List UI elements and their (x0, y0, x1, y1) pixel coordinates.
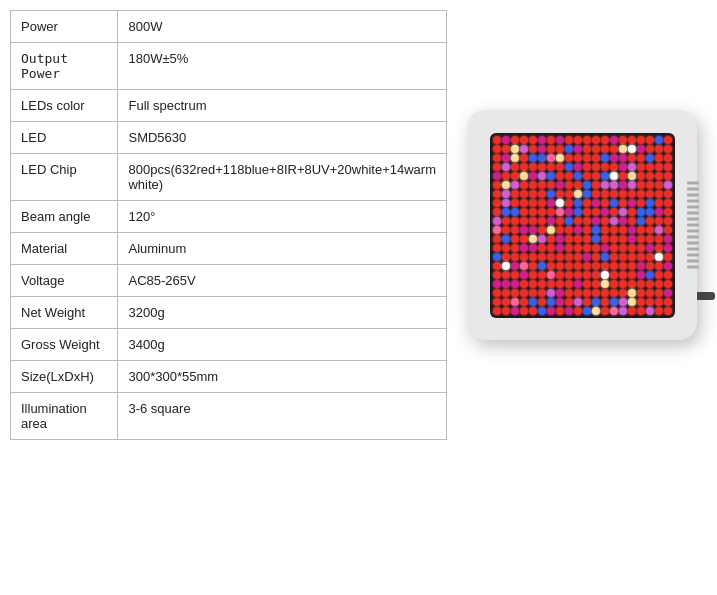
spec-value: 3200g (118, 297, 447, 329)
led-dot (574, 289, 582, 297)
table-row: Net Weight3200g (11, 297, 447, 329)
led-dot (610, 145, 618, 153)
table-row: Gross Weight3400g (11, 329, 447, 361)
led-dot (502, 226, 510, 234)
led-dot (655, 289, 663, 297)
led-dot (520, 154, 528, 162)
led-dot (529, 226, 537, 234)
led-dot (574, 163, 582, 171)
led-dot (664, 262, 672, 270)
led-dot (655, 298, 663, 306)
vent-line (687, 266, 699, 269)
led-dot (610, 190, 618, 198)
led-dot (565, 244, 573, 252)
led-dot (493, 244, 501, 252)
led-dot (637, 307, 645, 315)
led-dot (538, 289, 546, 297)
led-dot (520, 307, 528, 315)
led-dot (574, 244, 582, 252)
led-dot (493, 262, 501, 270)
led-dot (574, 280, 582, 288)
spec-label: LED Chip (11, 154, 118, 201)
led-dot (538, 253, 546, 261)
led-dot (565, 145, 573, 153)
led-dot (664, 136, 672, 144)
led-dot (637, 226, 645, 234)
vents (687, 182, 699, 269)
led-dot (592, 145, 600, 153)
led-dot (529, 298, 537, 306)
led-dot (646, 271, 654, 279)
led-dot (493, 199, 501, 207)
led-dot (592, 226, 600, 234)
led-dot (538, 136, 546, 144)
led-dot (583, 253, 591, 261)
spec-value: SMD5630 (118, 122, 447, 154)
led-dot (664, 217, 672, 225)
led-dot (502, 208, 510, 216)
led-dot (538, 271, 546, 279)
led-dot (574, 298, 582, 306)
led-dot (610, 136, 618, 144)
led-dot (493, 154, 501, 162)
led-dot (655, 145, 663, 153)
led-dot (637, 172, 645, 180)
product-image-area (457, 10, 707, 440)
led-dot (556, 208, 564, 216)
led-dot (538, 217, 546, 225)
led-dot (628, 298, 636, 306)
led-dot (547, 307, 555, 315)
led-dot (655, 172, 663, 180)
led-dot (502, 172, 510, 180)
vent-line (687, 224, 699, 227)
led-dot (583, 226, 591, 234)
led-dot (583, 217, 591, 225)
spec-label: Size(LxDxH) (11, 361, 118, 393)
led-dot (574, 253, 582, 261)
led-dot (646, 298, 654, 306)
led-dot (565, 136, 573, 144)
led-dot (619, 181, 627, 189)
led-dot (493, 217, 501, 225)
led-dot (646, 235, 654, 243)
led-dot (619, 253, 627, 261)
led-dot (628, 262, 636, 270)
led-dot (592, 271, 600, 279)
led-dot (574, 208, 582, 216)
led-dot (547, 262, 555, 270)
led-dot (502, 199, 510, 207)
led-dot (547, 208, 555, 216)
led-dot (646, 172, 654, 180)
led-dot (619, 163, 627, 171)
led-dot (502, 235, 510, 243)
led-dot (574, 217, 582, 225)
led-dot (637, 253, 645, 261)
led-dot (646, 136, 654, 144)
led-dot (610, 244, 618, 252)
led-panel (467, 110, 697, 340)
led-dot (655, 208, 663, 216)
spec-value: 800W (118, 11, 447, 43)
led-dot (637, 289, 645, 297)
led-dot (556, 244, 564, 252)
led-dot (538, 208, 546, 216)
led-dot (664, 154, 672, 162)
led-dot (511, 217, 519, 225)
led-dot (628, 199, 636, 207)
vent-line (687, 218, 699, 221)
led-dot (502, 181, 510, 189)
led-dot (547, 298, 555, 306)
led-dot (601, 145, 609, 153)
led-dot (619, 244, 627, 252)
led-dot (637, 298, 645, 306)
led-dot (529, 145, 537, 153)
led-dot (547, 145, 555, 153)
led-dot (583, 163, 591, 171)
led-dot (511, 226, 519, 234)
led-dot (610, 163, 618, 171)
led-dot (628, 307, 636, 315)
led-dot (619, 217, 627, 225)
led-dot (655, 244, 663, 252)
led-dot (664, 190, 672, 198)
led-dot (511, 208, 519, 216)
